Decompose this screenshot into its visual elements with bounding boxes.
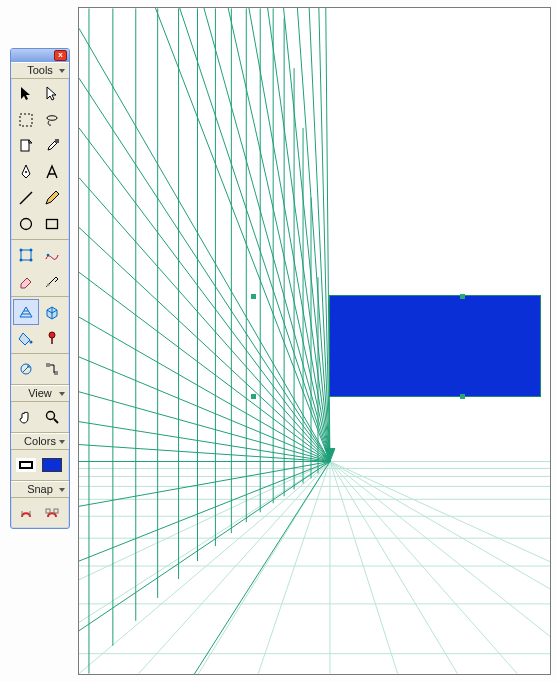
xtra-tools-grid-2 [11,297,69,354]
pencil-tool[interactable] [39,185,65,211]
svg-line-57 [79,317,330,461]
svg-line-8 [330,461,457,673]
rectangle-tool[interactable] [39,211,65,237]
section-header-snap[interactable]: Snap [11,481,69,498]
view-grid [11,402,69,433]
svg-line-89 [54,419,58,423]
zoom-tool[interactable] [39,404,65,430]
svg-line-60 [79,422,330,462]
svg-rect-67 [20,114,32,126]
svg-line-23 [79,8,330,461]
selected-rectangle[interactable] [330,296,540,396]
svg-line-5 [258,461,330,673]
selection-handle[interactable] [460,294,465,299]
pin-tool[interactable] [39,325,65,351]
svg-rect-73 [47,220,58,229]
svg-rect-92 [46,509,50,513]
svg-line-54 [79,178,330,462]
colors-grid [11,450,69,481]
fill-swatch[interactable] [39,452,65,478]
transform-tool[interactable] [13,242,39,268]
tools-grid [11,79,69,240]
svg-line-56 [79,272,330,461]
extrude-tool[interactable] [39,299,65,325]
svg-rect-68 [21,140,29,151]
svg-line-12 [330,461,550,673]
lasso-tool[interactable] [39,107,65,133]
svg-line-10 [330,461,550,673]
eyedropper-tool[interactable] [39,133,65,159]
svg-point-79 [47,254,50,257]
page-tool[interactable] [13,133,39,159]
svg-line-11 [330,461,550,673]
svg-line-3 [139,461,330,673]
svg-line-9 [330,461,517,673]
tools-palette: x Tools View Colors [10,48,70,529]
eraser-tool[interactable] [13,268,39,294]
knife-tool[interactable] [39,268,65,294]
ellipse-tool[interactable] [13,211,39,237]
svg-rect-69 [55,139,59,143]
svg-point-78 [30,259,33,262]
line-tool[interactable] [13,185,39,211]
close-icon[interactable]: x [54,50,67,61]
snap-to-object-tool[interactable] [39,500,65,526]
xtra-tools-grid-3 [11,354,69,385]
drawing-canvas[interactable] [78,7,551,675]
section-header-view[interactable]: View [11,385,69,402]
svg-rect-74 [21,250,31,260]
pen-tool[interactable] [13,159,39,185]
section-header-tools[interactable]: Tools [11,62,69,79]
svg-rect-86 [46,363,50,367]
perspective-tool[interactable] [13,299,39,325]
svg-point-72 [21,219,32,230]
svg-point-70 [25,171,27,173]
snap-grid [11,498,69,528]
svg-line-71 [20,192,32,204]
pointer-tool[interactable] [13,81,39,107]
svg-point-82 [30,341,33,344]
svg-line-58 [79,357,330,462]
svg-line-2 [79,461,330,673]
selection-handle[interactable] [251,294,256,299]
svg-rect-93 [54,509,58,513]
hand-tool[interactable] [13,404,39,430]
text-tool[interactable] [39,159,65,185]
svg-line-7 [330,461,398,673]
connector-tool[interactable] [39,356,65,382]
svg-point-77 [20,259,23,262]
svg-point-76 [30,249,33,252]
paint-bucket-tool[interactable] [13,325,39,351]
xtra-tools-grid-1 [11,240,69,297]
selection-handle[interactable] [251,394,256,399]
palette-titlebar[interactable]: x [11,49,69,62]
svg-line-61 [79,445,330,462]
svg-point-83 [49,332,55,338]
reshape-tool[interactable] [39,242,65,268]
svg-line-24 [114,8,330,461]
svg-point-88 [47,412,55,420]
marquee-tool[interactable] [13,107,39,133]
direct-select-tool[interactable] [39,81,65,107]
section-header-colors[interactable]: Colors [11,433,69,450]
selection-handle[interactable] [460,394,465,399]
svg-rect-87 [54,371,58,375]
link-tool[interactable] [13,356,39,382]
snap-to-point-tool[interactable] [13,500,39,526]
svg-point-75 [20,249,23,252]
stroke-swatch[interactable] [13,452,39,478]
